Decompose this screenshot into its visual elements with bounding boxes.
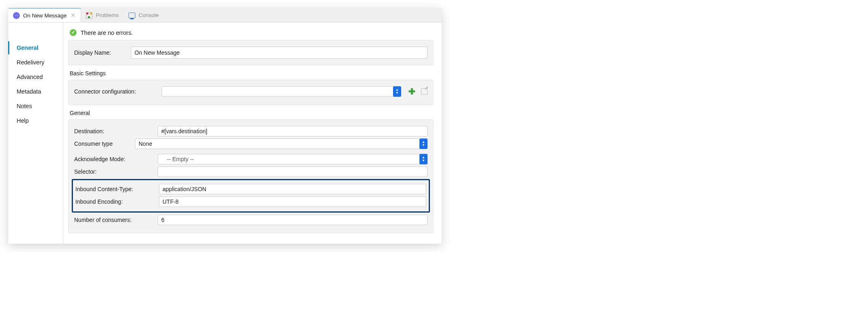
selector-label: Selector: bbox=[74, 168, 154, 175]
selector-input[interactable] bbox=[158, 166, 428, 177]
select-stepper-icon[interactable]: ▲▼ bbox=[393, 86, 401, 97]
sidebar-item-notes[interactable]: Notes bbox=[8, 100, 63, 113]
sidebar-item-general[interactable]: General bbox=[8, 41, 63, 54]
sidebar-item-redelivery[interactable]: Redelivery bbox=[8, 56, 63, 69]
sidebar: General Redelivery Advanced Metadata Not… bbox=[8, 23, 63, 244]
inbound-encoding-input[interactable] bbox=[159, 196, 426, 207]
status-row: ✓ There are no errors. bbox=[68, 28, 434, 40]
consumer-type-label: Consumer type bbox=[74, 141, 131, 147]
select-stepper-icon[interactable]: ▲▼ bbox=[419, 138, 428, 149]
connector-config-select[interactable]: ▲▼ bbox=[162, 86, 401, 97]
ack-mode-label: Acknowledge Mode: bbox=[74, 156, 154, 162]
console-icon bbox=[128, 13, 135, 18]
add-icon[interactable]: ✚ bbox=[408, 87, 415, 96]
close-icon[interactable]: ✕ bbox=[71, 12, 76, 19]
select-stepper-icon[interactable]: ▲▼ bbox=[419, 154, 428, 164]
status-text: There are no errors. bbox=[81, 30, 133, 36]
consumer-type-select[interactable]: ▲▼ bbox=[135, 138, 428, 149]
inbound-encoding-label: Inbound Encoding: bbox=[75, 198, 155, 205]
general-group: Destination: Consumer type ▲▼ Acknowledg… bbox=[68, 119, 434, 233]
num-consumers-input[interactable] bbox=[158, 215, 428, 225]
display-name-input[interactable] bbox=[131, 47, 428, 59]
message-icon: ⋯ bbox=[13, 12, 20, 19]
connector-config-label: Connector configuration: bbox=[74, 88, 158, 95]
ack-mode-value[interactable] bbox=[158, 154, 421, 164]
basic-settings-group: Connector configuration: ▲▼ ✚ bbox=[68, 80, 434, 105]
ack-mode-select[interactable]: ▲▼ bbox=[158, 154, 428, 164]
tab-label: Console bbox=[139, 12, 159, 18]
connector-config-value[interactable] bbox=[162, 86, 394, 97]
sidebar-item-advanced[interactable]: Advanced bbox=[8, 70, 63, 83]
tab-label: Problems bbox=[96, 12, 119, 18]
destination-input[interactable] bbox=[158, 126, 428, 136]
highlighted-fields: Inbound Content-Type: Inbound Encoding: bbox=[72, 179, 430, 213]
general-group-title: General bbox=[68, 109, 434, 119]
num-consumers-label: Number of consumers: bbox=[74, 217, 154, 223]
tab-label: On New Message bbox=[23, 13, 66, 19]
sidebar-item-help[interactable]: Help bbox=[8, 114, 63, 127]
edit-icon[interactable] bbox=[421, 88, 428, 95]
tab-strip: ⋯ On New Message ✕ Problems Console bbox=[8, 8, 442, 23]
consumer-type-value[interactable] bbox=[135, 138, 421, 149]
tab-console[interactable]: Console bbox=[124, 12, 164, 18]
main-panel: ✓ There are no errors. Display Name: Bas… bbox=[63, 23, 442, 244]
inbound-content-type-input[interactable] bbox=[159, 184, 426, 194]
tab-problems[interactable]: Problems bbox=[81, 12, 124, 19]
destination-label: Destination: bbox=[74, 128, 154, 134]
check-icon: ✓ bbox=[70, 29, 77, 36]
tab-on-new-message[interactable]: ⋯ On New Message ✕ bbox=[8, 8, 81, 22]
sidebar-item-metadata[interactable]: Metadata bbox=[8, 85, 63, 98]
basic-settings-title: Basic Settings bbox=[68, 69, 434, 80]
problems-icon bbox=[86, 12, 92, 19]
display-name-label: Display Name: bbox=[74, 49, 127, 56]
inbound-content-type-label: Inbound Content-Type: bbox=[75, 186, 155, 192]
display-name-group: Display Name: bbox=[68, 40, 434, 65]
editor-window: ⋯ On New Message ✕ Problems Console Gene… bbox=[8, 8, 442, 244]
